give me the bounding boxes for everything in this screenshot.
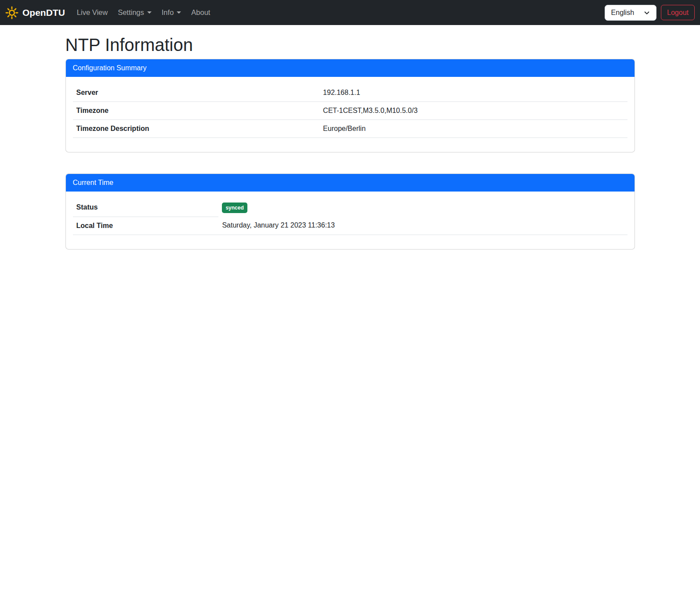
row-label: Status: [73, 199, 219, 217]
status-badge: synced: [222, 203, 247, 213]
logout-button[interactable]: Logout: [661, 5, 695, 20]
row-value: synced: [218, 199, 627, 217]
brand-link[interactable]: OpenDTU: [5, 6, 65, 19]
nav-item-label: Live View: [77, 8, 108, 17]
row-label: Local Time: [73, 217, 219, 235]
card-header-current-time: Current Time: [66, 174, 635, 192]
brand-label: OpenDTU: [22, 7, 65, 18]
row-value: Europe/Berlin: [319, 120, 627, 138]
chevron-down-icon: [644, 10, 650, 16]
row-value: CET-1CEST,M3.5.0,M10.5.0/3: [319, 102, 627, 120]
current-time-table: Status synced Local Time Saturday, Janua…: [73, 199, 627, 235]
page-title: NTP Information: [65, 34, 635, 55]
table-row-status: Status synced: [73, 199, 627, 217]
nav-links: Live View Settings Info About: [73, 5, 217, 20]
nav-item-settings[interactable]: Settings: [114, 5, 156, 20]
card-body: Status synced Local Time Saturday, Janua…: [66, 192, 635, 249]
row-value: Saturday, January 21 2023 11:36:13: [218, 217, 627, 235]
configuration-table: Server 192.168.1.1 Timezone CET-1CEST,M3…: [73, 84, 627, 138]
row-label: Timezone Description: [73, 120, 320, 138]
table-row-timezone: Timezone CET-1CEST,M3.5.0,M10.5.0/3: [73, 102, 627, 120]
nav-item-info[interactable]: Info: [158, 5, 185, 20]
navbar-right: English Logout: [605, 5, 695, 21]
nav-item-label: Info: [162, 8, 174, 17]
table-row-timezone-description: Timezone Description Europe/Berlin: [73, 120, 627, 138]
row-value: 192.168.1.1: [319, 84, 627, 102]
row-label: Server: [73, 84, 320, 102]
table-row-server: Server 192.168.1.1: [73, 84, 627, 102]
table-row-local-time: Local Time Saturday, January 21 2023 11:…: [73, 217, 627, 235]
card-configuration-summary: Configuration Summary Server 192.168.1.1…: [65, 59, 635, 152]
nav-item-label: About: [191, 8, 210, 17]
card-body: Server 192.168.1.1 Timezone CET-1CEST,M3…: [66, 77, 635, 152]
main-container: NTP Information Configuration Summary Se…: [65, 34, 635, 250]
navbar: OpenDTU Live View Settings Info About En…: [0, 0, 700, 25]
card-current-time: Current Time Status synced Local Time Sa…: [65, 174, 635, 250]
row-label: Timezone: [73, 102, 320, 120]
nav-item-live-view[interactable]: Live View: [73, 5, 112, 20]
sun-icon: [5, 6, 18, 19]
language-select-value: English: [611, 9, 634, 17]
dropdown-caret-icon: [177, 11, 181, 14]
nav-item-label: Settings: [118, 8, 144, 17]
dropdown-caret-icon: [147, 11, 152, 14]
nav-item-about[interactable]: About: [187, 5, 214, 20]
language-select[interactable]: English: [605, 5, 656, 21]
card-header-configuration-summary: Configuration Summary: [66, 59, 635, 77]
